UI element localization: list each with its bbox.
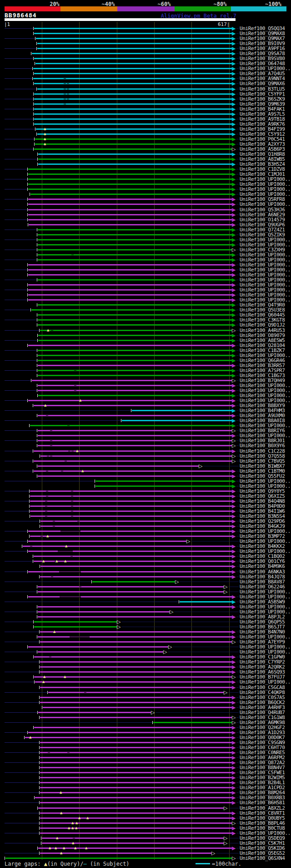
hit-bar[interactable] (38, 606, 232, 608)
hit-bar[interactable] (28, 732, 232, 733)
hit-bar[interactable] (34, 470, 232, 472)
hit-bar[interactable] (40, 526, 232, 527)
hit-bar[interactable] (28, 214, 232, 215)
hit-bar[interactable] (38, 848, 232, 849)
hit-bar[interactable] (34, 123, 232, 125)
hit-bar[interactable] (37, 133, 232, 135)
hit-bar[interactable] (92, 581, 175, 582)
hit-bar[interactable] (38, 430, 232, 431)
hit-bar[interactable] (38, 365, 232, 366)
hit-bar[interactable] (38, 385, 232, 386)
hit-bar[interactable] (40, 812, 232, 814)
hit-bar[interactable] (28, 400, 232, 401)
hit-bar[interactable] (38, 244, 232, 245)
hit-bar[interactable] (38, 395, 232, 396)
hit-bar[interactable] (40, 455, 232, 457)
hit-bar[interactable] (35, 681, 232, 683)
hit-bar[interactable] (38, 319, 232, 321)
hit-bar[interactable] (35, 63, 232, 64)
hit-label[interactable]: UniRef100_Q6SXN4 (240, 856, 285, 861)
hit-bar[interactable] (38, 712, 151, 713)
hit-bar[interactable] (34, 148, 232, 150)
hit-bar[interactable] (40, 767, 232, 768)
hit-bar[interactable] (30, 516, 232, 517)
hit-bar[interactable] (32, 380, 232, 381)
hit-bar[interactable] (40, 822, 232, 824)
hit-bar[interactable] (28, 199, 232, 200)
hit-bar[interactable] (34, 561, 232, 562)
hit-bar[interactable] (38, 324, 232, 326)
hit-label[interactable]: UniRef100_UPI000.. (240, 679, 291, 684)
hit-bar[interactable] (38, 390, 232, 391)
hit-bar[interactable] (122, 420, 232, 421)
hit-bar[interactable] (38, 158, 232, 160)
hit-bar[interactable] (30, 500, 232, 502)
hit-bar[interactable] (38, 370, 232, 371)
hit-bar[interactable] (40, 631, 232, 633)
hit-bar[interactable] (30, 490, 232, 492)
hit-bar[interactable] (28, 284, 232, 286)
hit-bar[interactable] (40, 772, 232, 773)
hit-bar[interactable] (34, 108, 232, 110)
hit-bar[interactable] (34, 28, 232, 29)
hit-bar[interactable] (38, 445, 232, 446)
hit-bar[interactable] (43, 707, 232, 708)
hit-bar[interactable] (42, 837, 224, 839)
hit-bar[interactable] (37, 43, 232, 44)
hit-bar[interactable] (28, 179, 232, 180)
hit-label[interactable]: UniRef100_B6H581 (240, 800, 285, 805)
hit-bar[interactable] (34, 556, 232, 557)
hit-bar[interactable] (36, 128, 232, 130)
hit-bar[interactable] (40, 782, 232, 783)
hit-bar[interactable] (28, 209, 232, 210)
hit-bar[interactable] (28, 174, 232, 175)
hit-bar[interactable] (40, 853, 211, 854)
hit-label[interactable]: UniRef100_Q9MAX6 (240, 81, 285, 86)
hit-bar[interactable] (48, 692, 224, 693)
hit-bar[interactable] (38, 163, 232, 165)
hit-bar[interactable] (36, 38, 232, 39)
hit-bar[interactable] (40, 762, 232, 763)
hit-bar[interactable] (38, 279, 232, 281)
hit-bar[interactable] (28, 345, 232, 346)
hit-label[interactable]: UniRef100_Q9D1J2 (240, 322, 285, 327)
hit-bar[interactable] (38, 611, 170, 613)
hit-label[interactable]: UniRef100_UPI000.. (240, 202, 291, 207)
hit-bar[interactable] (37, 48, 232, 49)
hit-bar[interactable] (34, 118, 232, 120)
hit-bar[interactable] (40, 802, 232, 803)
hit-bar[interactable] (23, 546, 232, 547)
hit-bar[interactable] (34, 73, 232, 74)
hit-bar[interactable] (40, 671, 232, 673)
hit-bar[interactable] (28, 204, 232, 205)
hit-bar[interactable] (35, 138, 232, 140)
hit-bar[interactable] (40, 777, 232, 778)
hit-bar[interactable] (38, 360, 232, 361)
hit-bar[interactable] (42, 842, 224, 844)
hit-bar[interactable] (40, 697, 232, 698)
hit-bar[interactable] (30, 511, 232, 512)
hit-bar[interactable] (180, 601, 232, 602)
hit-bar[interactable] (40, 702, 232, 703)
hit-bar[interactable] (38, 475, 232, 477)
hit-bar[interactable] (28, 184, 232, 185)
hit-bar[interactable] (95, 480, 232, 482)
hit-bar[interactable] (35, 797, 232, 798)
hit-bar[interactable] (25, 737, 232, 738)
hit-bar[interactable] (34, 460, 232, 462)
hit-bar[interactable] (28, 299, 232, 301)
hit-bar[interactable] (40, 666, 232, 668)
hit-label[interactable]: UniRef100_B4M9K6 (240, 564, 285, 569)
hit-bar[interactable] (40, 641, 232, 643)
hit-bar[interactable] (28, 541, 186, 542)
hit-bar[interactable] (38, 239, 232, 240)
hit-bar[interactable] (38, 415, 232, 416)
hit-bar[interactable] (30, 505, 232, 507)
hit-bar[interactable] (95, 485, 232, 487)
hit-bar[interactable] (38, 435, 232, 436)
hit-bar[interactable] (28, 168, 232, 170)
hit-bar[interactable] (34, 58, 232, 59)
hit-bar[interactable] (28, 289, 232, 291)
hit-bar[interactable] (34, 450, 232, 452)
hit-bar[interactable] (38, 335, 232, 336)
